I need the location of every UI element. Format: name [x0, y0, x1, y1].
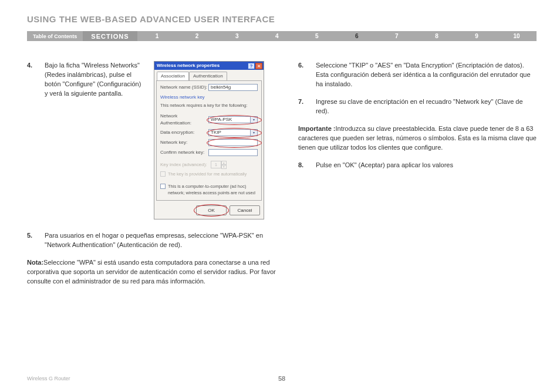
auth-dropdown[interactable]: WPA-PSK ▾ [208, 116, 258, 123]
step-6-text: Seleccione "TKIP" o "AES" en "Data Encry… [316, 61, 537, 89]
nav-num-2[interactable]: 2 [177, 31, 217, 41]
page: USING THE WEB-BASED ADVANCED USER INTERF… [0, 0, 560, 392]
auto-key-checkbox-row: The key is provided for me automatically [160, 171, 258, 178]
step-4-num: 4. [27, 61, 45, 219]
footer: Wireless G Router 58 [27, 376, 537, 381]
ssid-input[interactable]: belkin54g [208, 84, 258, 91]
nav-num-1[interactable]: 1 [137, 31, 177, 41]
netkey-label: Network key: [160, 139, 208, 146]
close-icon[interactable]: × [255, 63, 262, 69]
nav-numbers: 1 2 3 4 5 6 7 8 9 10 [137, 31, 537, 41]
wireless-properties-dialog: Wireless network properties ? × Associat… [154, 61, 264, 219]
step-7-num: 7. [298, 97, 316, 116]
nav-num-5[interactable]: 5 [297, 31, 337, 41]
nav-num-7[interactable]: 7 [377, 31, 417, 41]
help-icon[interactable]: ? [248, 63, 255, 69]
key-note: This network requires a key for the foll… [160, 103, 258, 109]
nav-num-4[interactable]: 4 [257, 31, 297, 41]
note-block: Nota:Seleccione "WPA" si está usando est… [27, 258, 277, 286]
step-5: 5. Para usuarios en el hogar o pequeñas … [27, 231, 277, 250]
note-text: Seleccione "WPA" si está usando esta com… [27, 259, 276, 285]
dialog-titlebar: Wireless network properties ? × [154, 62, 264, 70]
content: 4. Bajo la ficha "Wireless Networks" (Re… [27, 61, 537, 295]
enc-label: Data encryption: [160, 129, 208, 136]
page-title: USING THE WEB-BASED ADVANCED USER INTERF… [27, 14, 537, 24]
nav-toc[interactable]: Table of Contents [27, 31, 83, 41]
nav-num-3[interactable]: 3 [217, 31, 257, 41]
confirm-label: Confirm network key: [160, 149, 208, 156]
step-8-num: 8. [298, 161, 316, 170]
section-nav: Table of Contents SECTIONS 1 2 3 4 5 6 7… [27, 31, 537, 41]
step-6-num: 6. [298, 61, 316, 89]
step-5-text: Para usuarios en el hogar o pequeñas emp… [45, 231, 277, 250]
nav-sections-label: SECTIONS [83, 31, 137, 41]
left-column: 4. Bajo la ficha "Wireless Networks" (Re… [27, 61, 277, 295]
wnk-section: Wireless network key [160, 94, 258, 101]
step-5-num: 5. [27, 231, 45, 250]
nav-num-8[interactable]: 8 [417, 31, 457, 41]
auto-key-label: The key is provided for me automatically [168, 171, 247, 178]
step-7-text: Ingrese su clave de encriptación en el r… [316, 97, 537, 116]
dialog-panel: Network name (SSID): belkin54g Wireless … [156, 80, 262, 201]
keyidx-spinner: 1 ▴▾ [211, 161, 227, 168]
auto-key-checkbox [160, 171, 166, 177]
ok-button[interactable]: OK [196, 205, 227, 215]
nav-num-10[interactable]: 10 [497, 31, 537, 41]
step-4: 4. Bajo la ficha "Wireless Networks" (Re… [27, 61, 277, 219]
highlight-ok [194, 204, 229, 217]
step-6: 6. Seleccione "TKIP" o "AES" en "Data En… [298, 61, 537, 89]
highlight-auth [207, 115, 262, 125]
adhoc-label: This is a computer-to-computer (ad hoc) … [168, 184, 258, 197]
footer-product: Wireless G Router [27, 376, 70, 381]
confirm-input[interactable] [208, 149, 258, 156]
step-8: 8. Pulse en "OK" (Aceptar) para aplicar … [298, 161, 537, 170]
keyidx-label: Key index (advanced): [160, 161, 208, 168]
adhoc-checkbox-row: This is a computer-to-computer (ad hoc) … [160, 184, 258, 197]
cancel-button[interactable]: Cancel [230, 205, 260, 215]
highlight-enc [207, 128, 262, 138]
tab-authentication[interactable]: Authentication [189, 72, 227, 80]
importante-label: Importante : [298, 125, 336, 132]
dialog-title-text: Wireless network properties [157, 62, 220, 69]
nav-num-9[interactable]: 9 [457, 31, 497, 41]
tab-association[interactable]: Association [157, 72, 189, 80]
highlight-netkey [207, 138, 262, 148]
nav-num-6[interactable]: 6 [337, 31, 377, 41]
auth-label: Network Authentication: [160, 113, 208, 126]
netkey-input[interactable] [208, 139, 258, 146]
ssid-label: Network name (SSID): [160, 84, 208, 91]
adhoc-checkbox[interactable] [160, 184, 166, 189]
step-7: 7. Ingrese su clave de encriptación en e… [298, 97, 537, 116]
page-number: 58 [278, 375, 285, 382]
importante-block: Importante :Introduzca su clave preestab… [298, 124, 537, 153]
step-4-text: Bajo la ficha "Wireless Networks" (Redes… [45, 61, 146, 219]
enc-dropdown[interactable]: TKIP ▾ [208, 129, 258, 136]
right-column: 6. Seleccione "TKIP" o "AES" en "Data En… [298, 61, 537, 295]
step-8-text: Pulse en "OK" (Aceptar) para aplicar los… [316, 161, 537, 170]
note-label: Nota: [27, 259, 43, 266]
